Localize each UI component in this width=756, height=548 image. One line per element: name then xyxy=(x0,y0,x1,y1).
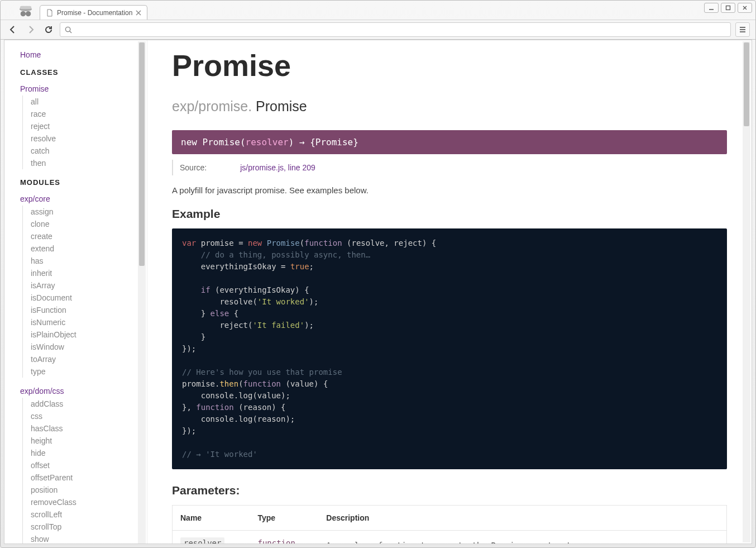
sidebar-item-removeClass[interactable]: removeClass xyxy=(31,496,147,508)
reload-button[interactable] xyxy=(42,23,55,36)
sidebar-item-inherit[interactable]: inherit xyxy=(31,267,147,279)
source-label: Source: xyxy=(180,163,207,172)
window-minimize-button[interactable] xyxy=(704,3,719,13)
class-description: A polyfill for javascript promise. See e… xyxy=(172,185,727,195)
param-name: resolver xyxy=(180,537,224,544)
sidebar-scrollbar-thumb[interactable] xyxy=(139,42,145,266)
th-desc: Description xyxy=(318,506,726,531)
sidebar-item-position[interactable]: position xyxy=(31,484,147,496)
sidebar-module-exp-core[interactable]: exp/core xyxy=(20,194,147,203)
sidebar-method-resolve[interactable]: resolve xyxy=(31,132,147,145)
source-link[interactable]: js/promise.js, line 209 xyxy=(240,163,315,172)
svg-point-11 xyxy=(65,27,70,31)
svg-rect-8 xyxy=(25,13,27,15)
sidebar-item-css[interactable]: css xyxy=(31,410,147,422)
sidebar-method-all[interactable]: all xyxy=(31,96,147,108)
sidebar-item-isArray[interactable]: isArray xyxy=(31,279,147,292)
modules-heading: MODULES xyxy=(20,178,147,187)
address-bar[interactable] xyxy=(60,22,731,37)
sidebar-method-race[interactable]: race xyxy=(31,108,147,120)
th-name: Name xyxy=(173,506,250,531)
sidebar-module-exp-dom-css[interactable]: exp/dom/css xyxy=(20,387,147,395)
sidebar-method-catch[interactable]: catch xyxy=(31,145,147,157)
sidebar-item-extend[interactable]: extend xyxy=(31,242,147,255)
content-scrollbar[interactable] xyxy=(743,41,750,542)
sidebar-item-show[interactable]: show xyxy=(31,533,147,544)
incognito-icon xyxy=(17,4,34,18)
sidebar-item-assign[interactable]: assign xyxy=(31,206,147,218)
sidebar-item-clone[interactable]: clone xyxy=(31,218,147,230)
browser-menu-button[interactable] xyxy=(735,22,750,37)
browser-tab[interactable]: Promise - Documentation xyxy=(40,5,147,20)
param-description: A resolver function to pass to the Promi… xyxy=(318,531,726,544)
url-input[interactable] xyxy=(75,26,726,34)
source-row: Source: js/promise.js, line 209 xyxy=(172,160,727,175)
breadcrumb: exp/promise. Promise xyxy=(172,98,727,115)
sidebar-item-has[interactable]: has xyxy=(31,255,147,267)
sidebar-item-create[interactable]: create xyxy=(31,230,147,242)
sidebar-item-isPlainObject[interactable]: isPlainObject xyxy=(31,328,147,341)
parameters-table: Name Type Description resolver function … xyxy=(172,505,727,544)
back-button[interactable] xyxy=(6,23,20,36)
sidebar-item-isNumeric[interactable]: isNumeric xyxy=(31,316,147,328)
svg-rect-5 xyxy=(20,6,31,9)
forward-button[interactable] xyxy=(24,23,37,36)
sidebar-class-promise[interactable]: Promise xyxy=(20,84,147,93)
search-icon xyxy=(65,26,72,34)
method-signature: new Promise(resolver) → {Promise} xyxy=(172,130,727,154)
sidebar-item-hasClass[interactable]: hasClass xyxy=(31,422,147,435)
tab-close-icon[interactable] xyxy=(136,10,141,16)
sidebar-item-toArray[interactable]: toArray xyxy=(31,353,147,365)
doc-sidebar: Home CLASSES Promise allracerejectresolv… xyxy=(4,40,147,544)
favicon-document-icon xyxy=(46,9,54,17)
sidebar-item-scrollLeft[interactable]: scrollLeft xyxy=(31,508,147,521)
sidebar-method-then[interactable]: then xyxy=(31,157,147,169)
parameters-heading: Parameters: xyxy=(172,484,727,497)
sidebar-item-offsetParent[interactable]: offsetParent xyxy=(31,471,147,484)
sidebar-item-hide[interactable]: hide xyxy=(31,447,147,459)
page-title: Promise xyxy=(172,48,727,83)
param-type: function xyxy=(250,531,318,544)
sidebar-method-reject[interactable]: reject xyxy=(31,120,147,132)
code-example: var promise = new Promise(function (reso… xyxy=(172,228,727,469)
sidebar-item-offset[interactable]: offset xyxy=(31,459,147,471)
sidebar-item-isDocument[interactable]: isDocument xyxy=(31,292,147,304)
table-row: resolver function A resolver function to… xyxy=(173,531,727,544)
sidebar-item-type[interactable]: type xyxy=(31,365,147,378)
content-scrollbar-thumb[interactable] xyxy=(744,42,749,126)
sidebar-item-addClass[interactable]: addClass xyxy=(31,398,147,410)
sidebar-item-isFunction[interactable]: isFunction xyxy=(31,304,147,316)
doc-content: Promise exp/promise. Promise new Promise… xyxy=(147,40,752,544)
window-maximize-button[interactable] xyxy=(721,3,735,13)
nav-home[interactable]: Home xyxy=(20,50,147,59)
svg-line-12 xyxy=(70,31,71,32)
sidebar-scrollbar[interactable] xyxy=(138,41,146,544)
tab-title: Promise - Documentation xyxy=(57,9,132,17)
th-type: Type xyxy=(250,506,318,531)
example-heading: Example xyxy=(172,207,727,221)
sidebar-item-scrollTop[interactable]: scrollTop xyxy=(31,521,147,533)
window-close-button[interactable] xyxy=(738,3,752,13)
sidebar-item-height[interactable]: height xyxy=(31,435,147,447)
svg-rect-1 xyxy=(726,6,730,10)
sidebar-item-isWindow[interactable]: isWindow xyxy=(31,341,147,353)
classes-heading: CLASSES xyxy=(20,68,147,77)
